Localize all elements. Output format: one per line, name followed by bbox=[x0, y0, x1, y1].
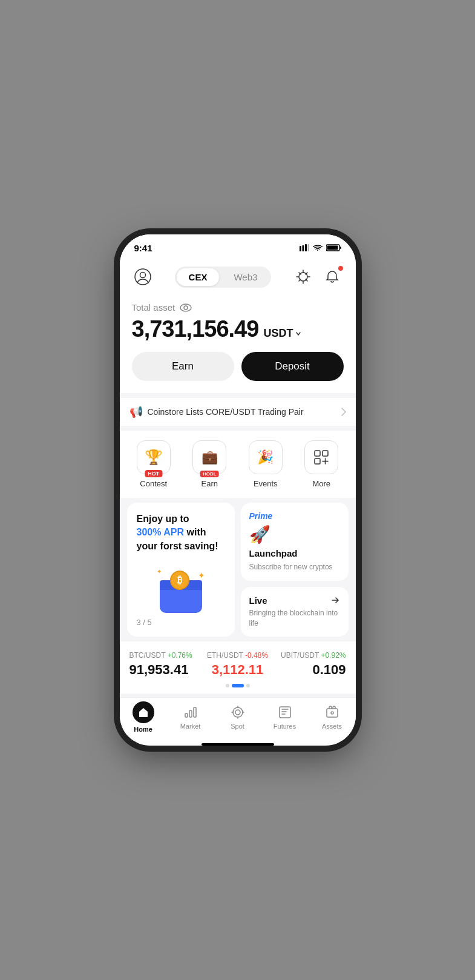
nav-spot[interactable]: Spot bbox=[220, 704, 256, 730]
futures-icon bbox=[277, 704, 293, 720]
svg-point-9 bbox=[140, 273, 145, 278]
hot-badge: HOT bbox=[145, 470, 162, 477]
svg-rect-6 bbox=[327, 246, 338, 250]
promo-pagination: 3 / 5 bbox=[137, 618, 225, 627]
quick-actions: 🏆 HOT Contest 💼 HODL Earn 🎉 Events bbox=[120, 431, 356, 498]
nav-futures[interactable]: Futures bbox=[267, 704, 303, 730]
more-grid-icon bbox=[313, 449, 330, 466]
quick-action-earn[interactable]: 💼 HODL Earn bbox=[188, 440, 231, 488]
ticker-row: BTC/USDT +0.76% 91,953.41 ETH/USDT -0.48… bbox=[129, 651, 346, 678]
announce-text: Coinstore Lists CORE/USDT Trading Pair bbox=[148, 407, 304, 417]
notification-badge bbox=[338, 266, 343, 271]
tab-web3[interactable]: Web3 bbox=[221, 268, 269, 286]
earn-label: Earn bbox=[201, 479, 218, 488]
ubit-price: 0.109 bbox=[274, 662, 346, 678]
promo-title: Enjoy up to 300% APR with your forst sav… bbox=[137, 512, 225, 553]
asset-amount: 3,731,156.49 USDT bbox=[132, 316, 344, 342]
wallet-illustration: ₿ ✦ ✦ bbox=[137, 571, 225, 613]
ticker-ubit[interactable]: UBIT/USDT +0.92% 0.109 bbox=[274, 651, 346, 678]
svg-rect-14 bbox=[323, 451, 328, 456]
hodl-badge: HODL bbox=[200, 471, 219, 477]
bottom-nav: Home Market Spot bbox=[120, 697, 356, 741]
launchpad-subtitle: Subscribe for new cryptos bbox=[249, 562, 340, 572]
assets-icon bbox=[324, 704, 340, 720]
svg-point-4 bbox=[317, 250, 318, 251]
live-title: Live bbox=[249, 595, 267, 606]
svg-rect-18 bbox=[185, 713, 188, 717]
asset-currency: USDT bbox=[263, 327, 303, 340]
live-subtitle: Bringing the blockchain into life bbox=[249, 608, 340, 629]
ticker-eth[interactable]: ETH/USDT -0.48% 3,112.11 bbox=[201, 651, 274, 678]
svg-rect-0 bbox=[300, 246, 301, 251]
home-bar-indicator bbox=[201, 743, 274, 746]
promo-savings-card[interactable]: Enjoy up to 300% APR with your forst sav… bbox=[127, 503, 235, 637]
announce-icon: 📢 bbox=[129, 405, 143, 419]
svg-rect-3 bbox=[307, 244, 309, 251]
status-bar: 9:41 bbox=[120, 234, 356, 261]
eth-price: 3,112.11 bbox=[201, 662, 274, 678]
svg-point-25 bbox=[331, 712, 333, 714]
quick-action-events[interactable]: 🎉 Events bbox=[244, 440, 287, 488]
profile-icon[interactable] bbox=[132, 266, 154, 288]
ticker-btc[interactable]: BTC/USDT +0.76% 91,953.41 bbox=[129, 651, 201, 678]
svg-rect-15 bbox=[315, 459, 320, 464]
action-buttons: Earn Deposit bbox=[132, 352, 344, 381]
ticker-section: BTC/USDT +0.76% 91,953.41 ETH/USDT -0.48… bbox=[120, 641, 356, 694]
spot-label: Spot bbox=[231, 723, 244, 730]
dot-2 bbox=[232, 684, 244, 687]
earn-button[interactable]: Earn bbox=[132, 352, 234, 381]
nav-home[interactable]: Home bbox=[125, 701, 162, 733]
home-label: Home bbox=[134, 726, 152, 733]
contest-label: Contest bbox=[140, 479, 167, 488]
status-icons bbox=[300, 244, 341, 251]
launchpad-title: Launchpad bbox=[249, 548, 340, 558]
svg-rect-13 bbox=[315, 451, 320, 456]
quick-action-contest[interactable]: 🏆 HOT Contest bbox=[133, 440, 175, 488]
rocket-icon: 🚀 bbox=[249, 525, 340, 545]
svg-rect-19 bbox=[189, 710, 192, 717]
pagination-dots bbox=[129, 684, 346, 687]
status-time: 9:41 bbox=[134, 243, 152, 253]
svg-rect-20 bbox=[194, 707, 196, 717]
nav-market[interactable]: Market bbox=[172, 704, 209, 730]
total-asset-text: Total asset bbox=[132, 302, 175, 313]
chevron-right-icon bbox=[341, 408, 346, 416]
tab-cex[interactable]: CEX bbox=[177, 268, 220, 286]
spot-icon bbox=[230, 704, 246, 720]
svg-point-22 bbox=[235, 710, 240, 715]
top-nav: CEX Web3 bbox=[120, 261, 356, 293]
promo-launchpad-card[interactable]: Prime 🚀 Launchpad Subscribe for new cryp… bbox=[241, 503, 349, 581]
svg-rect-1 bbox=[302, 245, 304, 251]
futures-label: Futures bbox=[274, 723, 296, 730]
svg-point-12 bbox=[184, 306, 188, 310]
eye-icon[interactable] bbox=[180, 303, 192, 312]
deposit-button[interactable]: Deposit bbox=[241, 352, 344, 381]
scroll-area: Total asset 3,731,156.49 USDT Earn Depos… bbox=[120, 293, 356, 697]
promo-right-column: Prime 🚀 Launchpad Subscribe for new cryp… bbox=[241, 503, 349, 637]
btc-price: 91,953.41 bbox=[129, 662, 201, 678]
home-icon bbox=[133, 701, 154, 723]
dot-1 bbox=[226, 684, 229, 687]
prime-label: Prime bbox=[249, 511, 340, 521]
asset-section: Total asset 3,731,156.49 USDT Earn Depos… bbox=[120, 293, 356, 393]
asset-number: 3,731,156.49 bbox=[132, 316, 259, 342]
quick-action-more[interactable]: More bbox=[300, 440, 342, 488]
svg-rect-24 bbox=[327, 709, 338, 717]
assets-label: Assets bbox=[322, 723, 342, 730]
svg-point-11 bbox=[180, 304, 191, 311]
announcement-bar[interactable]: 📢 Coinstore Lists CORE/USDT Trading Pair bbox=[120, 398, 356, 426]
promo-grid: Enjoy up to 300% APR with your forst sav… bbox=[127, 503, 349, 637]
tab-switcher: CEX Web3 bbox=[175, 267, 272, 288]
svg-point-21 bbox=[233, 707, 243, 717]
nav-assets[interactable]: Assets bbox=[314, 704, 350, 730]
total-asset-label: Total asset bbox=[132, 302, 344, 313]
events-label: Events bbox=[254, 479, 278, 488]
arrow-right-icon bbox=[330, 595, 340, 605]
market-label: Market bbox=[180, 723, 201, 730]
promo-live-card[interactable]: Live Bringing the blockchain into life bbox=[241, 587, 349, 637]
support-icon[interactable] bbox=[292, 266, 314, 288]
dot-3 bbox=[246, 684, 250, 687]
market-icon bbox=[183, 704, 198, 720]
more-label: More bbox=[312, 479, 330, 488]
notification-icon[interactable] bbox=[321, 266, 343, 288]
